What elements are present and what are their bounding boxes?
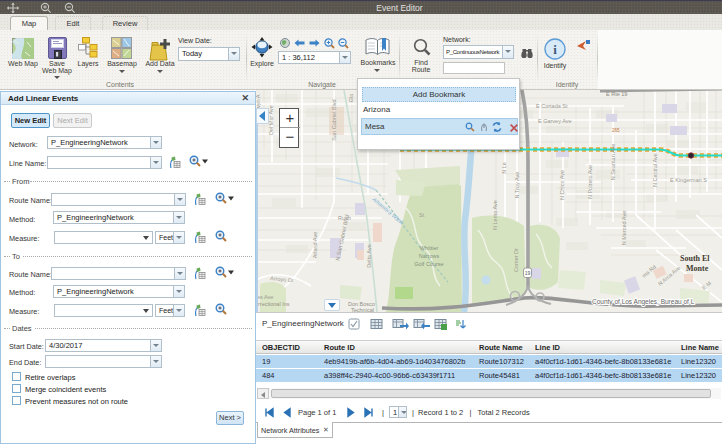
svg-text:Monte: Monte	[686, 264, 709, 273]
svg-text:i: i	[553, 42, 557, 57]
svg-text:N Troy Ave: N Troy Ave	[514, 172, 520, 199]
svg-text:Narrows: Narrows	[419, 253, 440, 259]
svg-text:N Potrero Ave: N Potrero Ave	[587, 165, 593, 199]
svg-text:rrectional Ins: rrectional Ins	[258, 301, 290, 307]
svg-text:265: 265	[612, 128, 620, 133]
svg-text:County of Los Angeles, Bureau: County of Los Angeles, Bureau of L	[592, 298, 695, 306]
svg-text:N Seaman Ave: N Seaman Ave	[610, 144, 616, 181]
svg-text:Gla: Gla	[348, 93, 354, 103]
svg-text:E Cortada St: E Cortada St	[536, 103, 568, 109]
svg-text:Golf Course: Golf Course	[414, 261, 443, 267]
svg-text:South El: South El	[680, 254, 710, 263]
svg-text:19: 19	[525, 270, 531, 276]
svg-text:Delta Ave: Delta Ave	[366, 244, 372, 267]
svg-text:N Chico Ave: N Chico Ave	[559, 170, 565, 200]
svg-text:N Merced Ave: N Merced Ave	[621, 211, 627, 245]
svg-text:E Kingerman S: E Kingerman S	[670, 177, 707, 183]
svg-text:Arland Ave: Arland Ave	[312, 232, 318, 259]
svg-text:N Central Ave: N Central Ave	[652, 153, 658, 187]
svg-text:es Ave: es Ave	[257, 294, 273, 300]
svg-text:Rush: Rush	[338, 215, 351, 221]
svg-text:Whittier: Whittier	[420, 245, 439, 251]
svg-text:N Le: N Le	[501, 162, 507, 174]
svg-text:Comer Dr: Comer Dr	[513, 248, 519, 272]
svg-text:N Lema Ave: N Lema Ave	[492, 200, 498, 230]
svg-text:San Gabriel Blvd: San Gabriel Blvd	[331, 99, 337, 140]
svg-text:E Rte 19: E Rte 19	[606, 91, 627, 97]
svg-text:E Garvey Ave: E Garvey Ave	[538, 118, 572, 124]
svg-text:St: St	[419, 212, 425, 218]
